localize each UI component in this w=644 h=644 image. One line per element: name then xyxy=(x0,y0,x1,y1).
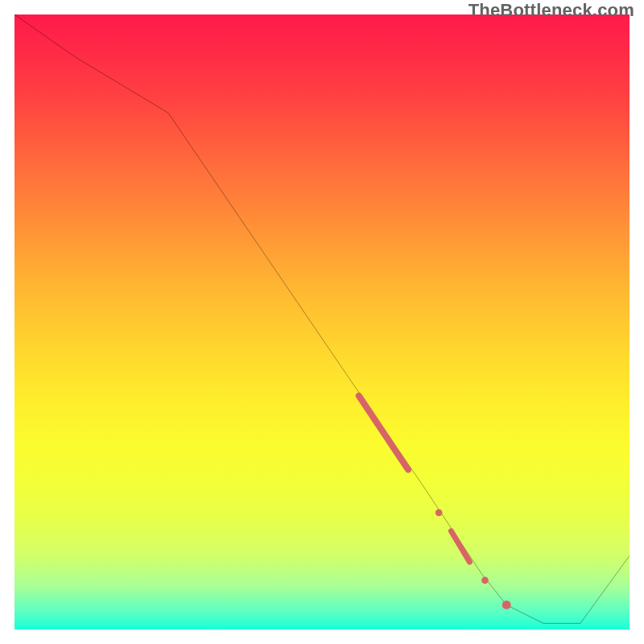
marker-dot-b xyxy=(481,577,489,584)
plot-area xyxy=(14,14,630,630)
marker-segment-mid xyxy=(451,531,469,562)
marker-dot-c xyxy=(502,601,511,609)
marker-segment-thick xyxy=(359,396,408,470)
bottleneck-chart: TheBottleneck.com xyxy=(0,0,644,644)
watermark-text: TheBottleneck.com xyxy=(469,0,634,21)
marker-dot-a xyxy=(436,509,443,516)
curve-layer xyxy=(14,14,630,630)
bottleneck-curve xyxy=(14,14,630,623)
